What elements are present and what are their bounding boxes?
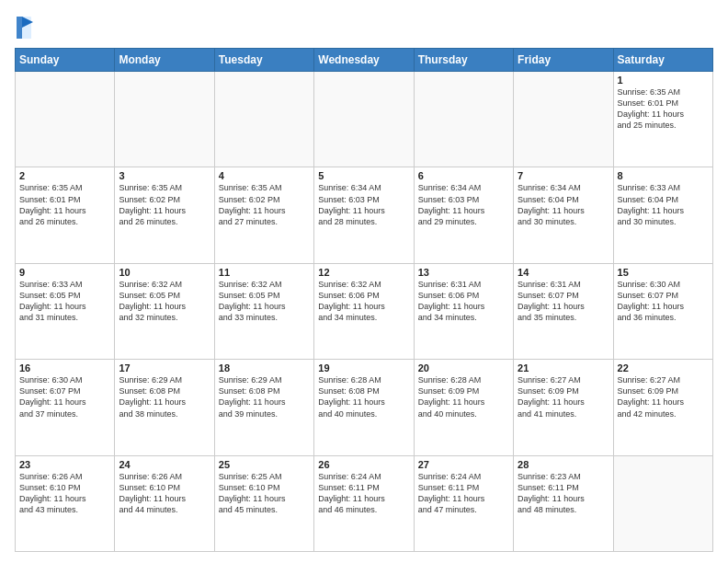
day-number: 3 — [119, 170, 210, 181]
day-info: Sunrise: 6:34 AM Sunset: 6:03 PM Dayligh… — [418, 182, 509, 227]
calendar-cell: 16Sunrise: 6:30 AM Sunset: 6:07 PM Dayli… — [16, 360, 115, 455]
day-info: Sunrise: 6:34 AM Sunset: 6:03 PM Dayligh… — [318, 182, 409, 227]
calendar-week-1: 1Sunrise: 6:35 AM Sunset: 6:01 PM Daylig… — [16, 72, 713, 167]
day-info: Sunrise: 6:24 AM Sunset: 6:11 PM Dayligh… — [318, 471, 409, 516]
day-number: 5 — [318, 170, 409, 181]
calendar-cell: 17Sunrise: 6:29 AM Sunset: 6:08 PM Dayli… — [115, 360, 214, 455]
page: SundayMondayTuesdayWednesdayThursdayFrid… — [0, 0, 728, 563]
calendar-cell: 12Sunrise: 6:32 AM Sunset: 6:06 PM Dayli… — [314, 263, 414, 359]
calendar-cell: 9Sunrise: 6:33 AM Sunset: 6:05 PM Daylig… — [16, 263, 115, 359]
weekday-header-sunday: Sunday — [16, 49, 115, 72]
day-number: 18 — [219, 362, 310, 373]
day-number: 8 — [618, 170, 709, 181]
day-number: 21 — [518, 362, 609, 373]
day-number: 15 — [618, 267, 709, 278]
calendar-cell: 15Sunrise: 6:30 AM Sunset: 6:07 PM Dayli… — [613, 263, 712, 359]
day-info: Sunrise: 6:23 AM Sunset: 6:11 PM Dayligh… — [518, 471, 609, 516]
calendar-table: SundayMondayTuesdayWednesdayThursdayFrid… — [15, 48, 713, 552]
calendar-cell: 7Sunrise: 6:34 AM Sunset: 6:04 PM Daylig… — [514, 167, 613, 263]
day-number: 19 — [318, 362, 409, 373]
header-row: SundayMondayTuesdayWednesdayThursdayFrid… — [16, 49, 713, 72]
day-info: Sunrise: 6:31 AM Sunset: 6:07 PM Dayligh… — [518, 279, 609, 324]
day-number: 27 — [418, 459, 509, 470]
day-number: 22 — [618, 362, 709, 373]
day-info: Sunrise: 6:27 AM Sunset: 6:09 PM Dayligh… — [618, 374, 709, 419]
calendar-week-2: 2Sunrise: 6:35 AM Sunset: 6:01 PM Daylig… — [16, 167, 713, 263]
calendar-week-4: 16Sunrise: 6:30 AM Sunset: 6:07 PM Dayli… — [16, 360, 713, 455]
day-number: 11 — [219, 267, 310, 278]
day-number: 13 — [418, 267, 509, 278]
day-number: 4 — [219, 170, 310, 181]
weekday-header-saturday: Saturday — [613, 49, 712, 72]
svg-rect-7 — [17, 17, 22, 39]
calendar-cell: 24Sunrise: 6:26 AM Sunset: 6:10 PM Dayli… — [115, 455, 214, 551]
day-info: Sunrise: 6:35 AM Sunset: 6:02 PM Dayligh… — [219, 182, 310, 227]
logo — [15, 15, 37, 40]
calendar-cell: 28Sunrise: 6:23 AM Sunset: 6:11 PM Dayli… — [514, 455, 613, 551]
day-info: Sunrise: 6:28 AM Sunset: 6:09 PM Dayligh… — [418, 374, 509, 419]
day-number: 16 — [19, 362, 110, 373]
weekday-header-wednesday: Wednesday — [314, 49, 414, 72]
calendar-cell — [514, 72, 613, 167]
calendar-week-5: 23Sunrise: 6:26 AM Sunset: 6:10 PM Dayli… — [16, 455, 713, 551]
calendar-header: SundayMondayTuesdayWednesdayThursdayFrid… — [16, 49, 713, 72]
day-info: Sunrise: 6:29 AM Sunset: 6:08 PM Dayligh… — [119, 374, 210, 419]
weekday-header-monday: Monday — [115, 49, 214, 72]
calendar-cell: 25Sunrise: 6:25 AM Sunset: 6:10 PM Dayli… — [214, 455, 313, 551]
header — [15, 11, 713, 40]
day-number: 17 — [119, 362, 210, 373]
day-number: 24 — [119, 459, 210, 470]
day-info: Sunrise: 6:32 AM Sunset: 6:05 PM Dayligh… — [219, 279, 310, 324]
calendar-cell — [314, 72, 414, 167]
day-info: Sunrise: 6:34 AM Sunset: 6:04 PM Dayligh… — [518, 182, 609, 227]
calendar-body: 1Sunrise: 6:35 AM Sunset: 6:01 PM Daylig… — [16, 72, 713, 552]
calendar-cell: 14Sunrise: 6:31 AM Sunset: 6:07 PM Dayli… — [514, 263, 613, 359]
weekday-header-thursday: Thursday — [414, 49, 513, 72]
calendar-cell: 10Sunrise: 6:32 AM Sunset: 6:05 PM Dayli… — [115, 263, 214, 359]
logo-icon — [15, 15, 33, 40]
calendar-cell: 5Sunrise: 6:34 AM Sunset: 6:03 PM Daylig… — [314, 167, 414, 263]
calendar-cell — [214, 72, 313, 167]
calendar-cell — [115, 72, 214, 167]
weekday-header-tuesday: Tuesday — [214, 49, 313, 72]
calendar-cell: 11Sunrise: 6:32 AM Sunset: 6:05 PM Dayli… — [214, 263, 313, 359]
calendar-cell: 2Sunrise: 6:35 AM Sunset: 6:01 PM Daylig… — [16, 167, 115, 263]
calendar-cell: 1Sunrise: 6:35 AM Sunset: 6:01 PM Daylig… — [613, 72, 712, 167]
calendar-cell: 22Sunrise: 6:27 AM Sunset: 6:09 PM Dayli… — [613, 360, 712, 455]
day-info: Sunrise: 6:29 AM Sunset: 6:08 PM Dayligh… — [219, 374, 310, 419]
calendar-cell — [16, 72, 115, 167]
day-info: Sunrise: 6:32 AM Sunset: 6:06 PM Dayligh… — [318, 279, 409, 324]
day-info: Sunrise: 6:30 AM Sunset: 6:07 PM Dayligh… — [19, 374, 110, 419]
day-info: Sunrise: 6:33 AM Sunset: 6:04 PM Dayligh… — [618, 182, 709, 227]
calendar-cell — [613, 455, 712, 551]
calendar-cell: 18Sunrise: 6:29 AM Sunset: 6:08 PM Dayli… — [214, 360, 313, 455]
day-info: Sunrise: 6:28 AM Sunset: 6:08 PM Dayligh… — [318, 374, 409, 419]
day-number: 26 — [318, 459, 409, 470]
day-number: 25 — [219, 459, 310, 470]
day-info: Sunrise: 6:35 AM Sunset: 6:01 PM Dayligh… — [19, 182, 110, 227]
day-number: 6 — [418, 170, 509, 181]
day-info: Sunrise: 6:31 AM Sunset: 6:06 PM Dayligh… — [418, 279, 509, 324]
day-info: Sunrise: 6:24 AM Sunset: 6:11 PM Dayligh… — [418, 471, 509, 516]
day-info: Sunrise: 6:35 AM Sunset: 6:02 PM Dayligh… — [119, 182, 210, 227]
calendar-cell: 3Sunrise: 6:35 AM Sunset: 6:02 PM Daylig… — [115, 167, 214, 263]
day-number: 23 — [19, 459, 110, 470]
day-number: 2 — [19, 170, 110, 181]
calendar-cell: 4Sunrise: 6:35 AM Sunset: 6:02 PM Daylig… — [214, 167, 313, 263]
day-info: Sunrise: 6:32 AM Sunset: 6:05 PM Dayligh… — [119, 279, 210, 324]
calendar-cell: 23Sunrise: 6:26 AM Sunset: 6:10 PM Dayli… — [16, 455, 115, 551]
calendar-cell: 26Sunrise: 6:24 AM Sunset: 6:11 PM Dayli… — [314, 455, 414, 551]
calendar-cell: 27Sunrise: 6:24 AM Sunset: 6:11 PM Dayli… — [414, 455, 513, 551]
day-number: 7 — [518, 170, 609, 181]
day-info: Sunrise: 6:30 AM Sunset: 6:07 PM Dayligh… — [618, 279, 709, 324]
day-info: Sunrise: 6:35 AM Sunset: 6:01 PM Dayligh… — [618, 86, 709, 132]
calendar-cell: 20Sunrise: 6:28 AM Sunset: 6:09 PM Dayli… — [414, 360, 513, 455]
calendar-week-3: 9Sunrise: 6:33 AM Sunset: 6:05 PM Daylig… — [16, 263, 713, 359]
day-number: 9 — [19, 267, 110, 278]
day-number: 14 — [518, 267, 609, 278]
calendar-cell: 6Sunrise: 6:34 AM Sunset: 6:03 PM Daylig… — [414, 167, 513, 263]
day-info: Sunrise: 6:26 AM Sunset: 6:10 PM Dayligh… — [19, 471, 110, 516]
day-number: 20 — [418, 362, 509, 373]
day-number: 28 — [518, 459, 609, 470]
day-number: 12 — [318, 267, 409, 278]
